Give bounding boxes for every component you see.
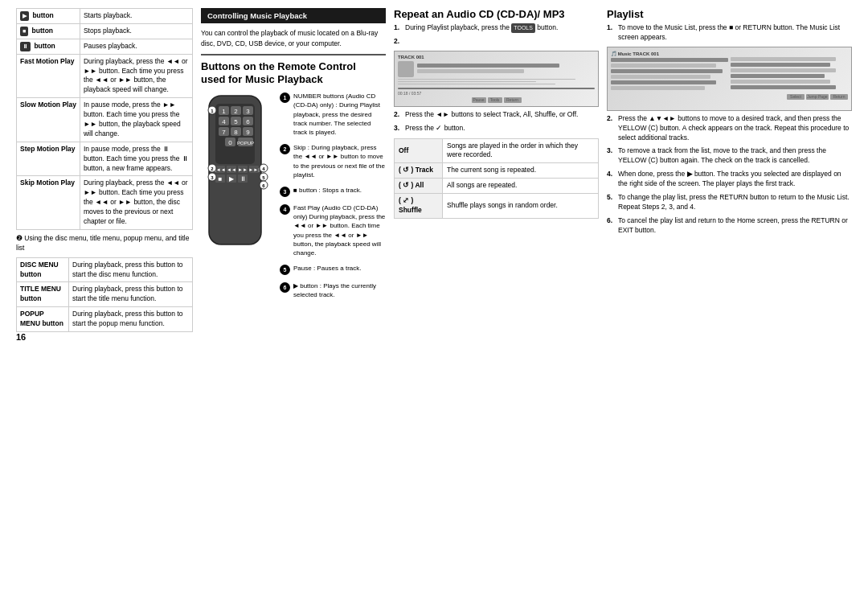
repeat-mode-table: Off Songs are played in the order in whi… <box>394 138 599 219</box>
svg-text:1: 1 <box>222 108 226 115</box>
title-line2: used for Music Playback <box>201 73 323 85</box>
pl-step-text-3: To remove a track from the list, move to… <box>618 146 852 166</box>
list-item: 4. When done, press the ▶ button. The tr… <box>607 170 852 189</box>
table-row: POPUP MENU button During playback, press… <box>17 307 193 332</box>
step-text-2b: Press the ◄► buttons to select Track, Al… <box>405 110 599 120</box>
page-wrapper: ▶ button Starts playback. ■ button Stops… <box>16 8 852 347</box>
annotation-num-3: 3 <box>280 187 290 197</box>
svg-text:▶: ▶ <box>229 175 235 183</box>
remote-annotations: 1 NUMBER buttons (Audio CD (CD-DA) only)… <box>280 92 386 302</box>
table-row: ▶ button Starts playback. <box>17 9 193 24</box>
table-row: ( ↺ ) All All songs are repeated. <box>395 179 599 194</box>
list-item: 1. During Playlist playback, press the T… <box>394 23 599 33</box>
btn-fastmotion-cell: Fast Motion Play <box>17 54 80 98</box>
disc-menu-desc: During playback, press this button to st… <box>69 257 193 282</box>
col1-button-table: ▶ button Starts playback. ■ button Stops… <box>16 8 193 347</box>
pl-step-num-1: 1. <box>607 23 615 43</box>
btn-slowmotion-label: Slow Motion Play <box>20 101 76 109</box>
annotation-text-1: NUMBER buttons (Audio CD (CD-DA) only) :… <box>293 92 386 137</box>
step-text-1: During Playlist playback, press the TOOL… <box>405 23 599 33</box>
pl-step-text-6: To cancel the play list and return to th… <box>618 216 852 236</box>
repeat-audio-title: Repeat an Audio CD (CD-DA)/ MP3 <box>394 8 599 20</box>
annotation-num-1: 1 <box>280 92 290 103</box>
controlling-music-header: Controlling Music Playback <box>201 8 386 23</box>
mode-track: ( ↺ ) Track <box>395 163 443 179</box>
table-row: Slow Motion Play In pause mode, press th… <box>17 98 193 142</box>
pl-step-text-2: Press the ▲▼◄► buttons to move to a desi… <box>618 114 852 143</box>
step-text-3: Press the ✓ button. <box>405 124 599 133</box>
col4-playlist: Playlist 1. To move to the Music List, p… <box>607 8 852 347</box>
annotation-text-2: Skip : During playback, press the ◄◄ or … <box>293 143 386 179</box>
title-menu-desc: During playback, press this button to st… <box>69 282 193 307</box>
btn-skipmotion-label: Skip Motion Play <box>20 179 75 187</box>
col2-controlling-music: Controlling Music Playback You can contr… <box>201 8 386 347</box>
svg-text:⏸: ⏸ <box>240 175 246 183</box>
mode-track-desc: The current song is repeated. <box>443 163 599 179</box>
annotation-text-5: Pause : Pauses a track. <box>293 264 386 275</box>
svg-text:◄◄: ◄◄ <box>227 167 236 172</box>
svg-text:4: 4 <box>222 118 226 125</box>
list-item: 5. To change the play list, press the RE… <box>607 193 852 212</box>
playlist-steps-list: 1. To move to the Music List, press the … <box>607 23 852 43</box>
tools-button-icon: TOOLS <box>511 23 535 33</box>
list-item: 2. Press the ▲▼◄► buttons to move to a d… <box>607 114 852 143</box>
annotation-3: 3 ■ button : Stops a track. <box>280 186 386 197</box>
step-num-2: 2. <box>394 37 402 47</box>
ss-track-title: TRACK 001 <box>398 55 595 60</box>
annotation-text-4: Fast Play (Audio CD (CD-DA) only) During… <box>293 203 386 257</box>
table-row: Step Motion Play In pause mode, press th… <box>17 142 193 176</box>
list-item: 6. To cancel the play list and return to… <box>607 216 852 236</box>
table-row: ( ⤢ ) Shuffle Shuffle plays songs in ran… <box>395 194 599 219</box>
table-row: Fast Motion Play During playback, press … <box>17 54 193 98</box>
svg-text:►►: ►► <box>238 167 248 172</box>
svg-text:POPUP: POPUP <box>237 141 254 146</box>
pl-step-num-6: 6. <box>607 216 615 236</box>
svg-text:6: 6 <box>246 118 250 125</box>
table-row: Off Songs are played in the order in whi… <box>395 138 599 163</box>
pl-step-num-2: 2. <box>607 114 615 143</box>
section-divider <box>201 54 386 55</box>
music-tool-screenshot: TRACK 001 00:18 / 03:57 <box>394 51 599 107</box>
btn-fastmotion-desc: During playback, press the ◄◄ or ►► butt… <box>80 54 192 98</box>
btn-stop-cell: ■ button <box>17 23 80 39</box>
pause-icon: ⏸ <box>20 42 31 51</box>
list-item: 2. Press the ◄► buttons to select Track,… <box>394 110 599 120</box>
pl-step-text-5: To change the play list, press the RETUR… <box>618 193 852 212</box>
popup-menu-desc: During playback, press this button to st… <box>69 307 193 332</box>
mode-all-desc: All songs are repeated. <box>443 179 599 194</box>
svg-text:9: 9 <box>246 129 250 136</box>
svg-text:2: 2 <box>234 108 238 115</box>
svg-text:►►|: ►►| <box>248 167 260 172</box>
disc-menu-table: DISC MENU button During playback, press … <box>16 257 193 332</box>
mode-off: Off <box>395 138 443 163</box>
step-num-3: 3. <box>394 124 402 133</box>
popup-menu-btn-cell: POPUP MENU button <box>17 307 69 332</box>
annotation-num-2: 2 <box>280 144 290 154</box>
playlist-steps-cont: 2. Press the ▲▼◄► buttons to move to a d… <box>607 114 852 236</box>
btn-play-label: button <box>32 11 53 19</box>
remote-section: 1 2 3 4 5 6 7 <box>201 92 386 302</box>
list-item: 3. To remove a track from the list, move… <box>607 146 852 166</box>
using-header-text: ❷ Using the disc menu, title menu, popup… <box>16 234 193 253</box>
btn-fastmotion-label: Fast Motion Play <box>20 57 75 65</box>
annotation-4: 4 Fast Play (Audio CD (CD-DA) only) Duri… <box>280 203 386 257</box>
svg-text:■: ■ <box>219 175 223 183</box>
buttons-remote-title: Buttons on the Remote Control used for M… <box>201 60 386 88</box>
pl-step-num-3: 3. <box>607 146 615 166</box>
repeat-steps-list: 1. During Playlist playback, press the T… <box>394 23 599 47</box>
main-content: ▶ button Starts playback. ■ button Stops… <box>16 8 852 347</box>
btn-stop-desc: Stops playback. <box>80 23 192 39</box>
pl-ss-title: 🎵 Music TRACK 001 <box>611 51 728 56</box>
stop-icon: ■ <box>20 27 28 36</box>
btn-pause-cell: ⏸ button <box>17 39 80 54</box>
list-item: 3. Press the ✓ button. <box>394 124 599 133</box>
btn-play-desc: Starts playback. <box>80 9 192 24</box>
btn-stepmotion-desc: In pause mode, press the ⏸ button. Each … <box>80 142 192 176</box>
repeat-steps-list-cont: 2. Press the ◄► buttons to select Track,… <box>394 110 599 133</box>
table-row: ■ button Stops playback. <box>17 23 193 39</box>
play-icon: ▶ <box>20 11 29 21</box>
using-disc-menu-header: ❷ Using the disc menu, title menu, popup… <box>16 234 193 253</box>
step-num-2b: 2. <box>394 110 402 120</box>
annotation-num-4: 4 <box>280 204 290 215</box>
list-item: 1. To move to the Music List, press the … <box>607 23 852 43</box>
